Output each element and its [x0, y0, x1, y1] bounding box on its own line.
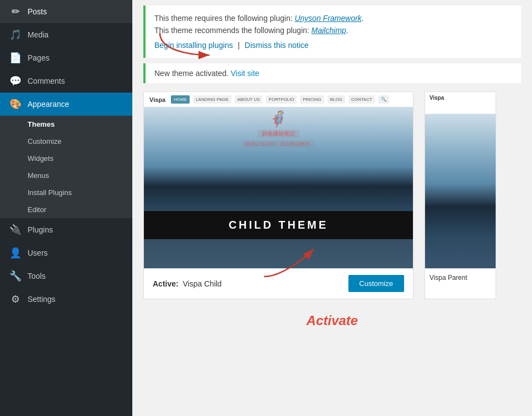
sidebar-item-settings-label: Settings	[28, 295, 56, 304]
comments-icon: 💬	[9, 75, 22, 87]
nav-home: HOME	[171, 95, 190, 104]
sidebar-item-tools-label: Tools	[28, 272, 46, 280]
partial-theme-preview	[425, 114, 496, 268]
posts-icon: ✏	[9, 6, 22, 18]
partial-theme-nav: Vispa	[425, 92, 496, 114]
submenu-install-plugins[interactable]: Install Plugins	[0, 184, 132, 201]
customize-button[interactable]: Customize	[348, 275, 404, 292]
sidebar-item-appearance-label: Appearance	[28, 100, 69, 109]
arrow-customize	[264, 244, 330, 282]
sidebar-item-posts[interactable]: ✏ Posts	[0, 0, 132, 23]
sidebar-item-plugins-label: Plugins	[28, 225, 53, 234]
sidebar-item-comments-label: Comments	[28, 77, 65, 85]
partial-theme-footer: Vispa Parent	[425, 268, 496, 287]
arrow-begin-installing	[154, 28, 265, 61]
sidebar-item-users-label: Users	[28, 248, 48, 257]
sidebar: ✏ Posts 🎵 Media 📄 Pages 💬 Comments 🎨 App…	[0, 0, 132, 416]
plugin-notice-line1: This theme requires the following plugin…	[154, 12, 512, 24]
nav-blog: BLOG	[327, 95, 345, 104]
themes-grid: Vispa HOME LANDING PAGE ABOUT US PORTFOL…	[132, 83, 532, 307]
activation-notice: New theme activated. Visit site	[143, 63, 521, 83]
tools-icon: 🔧	[9, 270, 22, 282]
sidebar-item-pages-label: Pages	[28, 53, 50, 62]
sidebar-item-pages[interactable]: 📄 Pages	[0, 46, 132, 69]
nav-about: ABOUT US	[235, 95, 263, 104]
pages-icon: 📄	[9, 52, 22, 64]
media-icon: 🎵	[9, 29, 22, 41]
sidebar-item-comments[interactable]: 💬 Comments	[0, 69, 132, 93]
active-prefix: Active:	[153, 279, 179, 288]
submenu-customize[interactable]: Customize	[0, 133, 132, 150]
theme-name: Vispa Child	[183, 279, 222, 288]
users-icon: 👤	[9, 247, 22, 259]
theme-active-label: Active: Vispa Child	[153, 279, 222, 288]
sidebar-item-posts-label: Posts	[28, 7, 47, 16]
activate-annotation: Activate	[132, 307, 532, 331]
nav-pricing: PRICING	[300, 95, 324, 104]
plugin-notice-text1: This theme requires the following plugin…	[154, 14, 294, 23]
plugins-icon: 🔌	[9, 224, 22, 236]
watermark: 🦸 奶爸建站笔记 坚持让你出吗，坚定相信解出.	[242, 110, 315, 148]
activation-notice-text: New theme activated.	[154, 69, 231, 78]
sidebar-item-appearance[interactable]: 🎨 Appearance	[0, 93, 132, 116]
theme-logo: Vispa	[149, 96, 165, 103]
submenu-menus[interactable]: Menus	[0, 167, 132, 184]
submenu-editor[interactable]: Editor	[0, 201, 132, 218]
nav-search: 🔍	[378, 95, 389, 104]
mailchimp-link[interactable]: Mailchimp	[311, 26, 346, 35]
nav-contact: CONTACT	[348, 95, 375, 104]
active-theme-card: Vispa HOME LANDING PAGE ABOUT US PORTFOL…	[143, 91, 413, 299]
settings-icon: ⚙	[9, 293, 22, 305]
theme-nav-bar: Vispa HOME LANDING PAGE ABOUT US PORTFOL…	[144, 92, 413, 107]
sidebar-item-plugins[interactable]: 🔌 Plugins	[0, 218, 132, 241]
theme-preview: Vispa HOME LANDING PAGE ABOUT US PORTFOL…	[144, 92, 413, 268]
unyson-link[interactable]: Unyson Framework	[294, 14, 361, 23]
theme-nav-links: HOME LANDING PAGE ABOUT US PORTFOLIO PRI…	[171, 95, 389, 104]
submenu-widgets[interactable]: Widgets	[0, 150, 132, 167]
nav-landing: LANDING PAGE	[193, 95, 231, 104]
sidebar-item-settings[interactable]: ⚙ Settings	[0, 288, 132, 311]
sidebar-item-media-label: Media	[28, 30, 49, 39]
sidebar-item-users[interactable]: 👤 Users	[0, 241, 132, 264]
partial-theme-card: Vispa Vispa Parent	[424, 91, 496, 299]
sidebar-item-tools[interactable]: 🔧 Tools	[0, 264, 132, 288]
visit-site-link[interactable]: Visit site	[231, 69, 260, 78]
appearance-submenu: Themes Customize Widgets Menus Install P…	[0, 116, 132, 218]
child-theme-bar: CHILD THEME	[144, 211, 413, 239]
appearance-icon: 🎨	[9, 98, 22, 110]
main-content-area: This theme requires the following plugin…	[132, 0, 532, 416]
nav-portfolio: PORTFOLIO	[266, 95, 297, 104]
submenu-themes[interactable]: Themes	[0, 116, 132, 133]
sidebar-item-media[interactable]: 🎵 Media	[0, 23, 132, 46]
